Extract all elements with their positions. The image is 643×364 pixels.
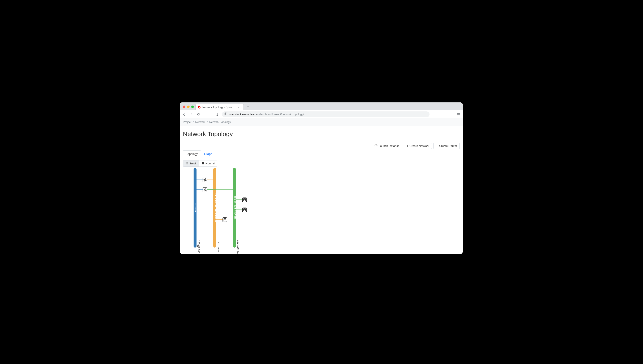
- tab-topology-label: Topology: [186, 152, 198, 156]
- plus-icon: +: [436, 144, 438, 148]
- svg-rect-11: [187, 164, 188, 164]
- create-router-button[interactable]: + Create Router: [434, 143, 460, 149]
- tab-graph[interactable]: Graph: [201, 150, 216, 157]
- window-close-button[interactable]: [183, 106, 185, 108]
- url-path: /dashboard/project/network_topology/: [258, 113, 304, 116]
- svg-rect-10: [187, 164, 187, 164]
- browser-tab[interactable]: Network Topology - OpenStack D ×: [195, 104, 244, 110]
- breadcrumb-separator: /: [192, 120, 195, 124]
- network-label-testnet: tok-9408-testnet-network: [214, 193, 217, 223]
- network-cidr-default: 192.168.47.0/24: [237, 240, 240, 254]
- back-button[interactable]: [182, 112, 186, 116]
- svg-rect-5: [187, 162, 188, 162]
- site-info-icon[interactable]: [225, 112, 227, 116]
- tab-graph-label: Graph: [204, 152, 212, 156]
- window-zoom-button[interactable]: [191, 106, 194, 108]
- address-bar[interactable]: openstack.example.com/dashboard/project/…: [222, 112, 430, 117]
- grid-large-icon: [202, 162, 204, 165]
- svg-rect-12: [202, 162, 203, 163]
- favicon-icon: [198, 106, 201, 109]
- size-normal-button[interactable]: Normal: [199, 160, 217, 166]
- svg-rect-15: [203, 163, 204, 164]
- instance-icon[interactable]: [223, 218, 227, 222]
- browser-menu-button[interactable]: [456, 112, 461, 116]
- tab-title: Network Topology - OpenStack D: [202, 106, 236, 109]
- instance-icon[interactable]: [243, 208, 247, 212]
- action-buttons: Launch Instance + Create Network + Creat…: [183, 143, 460, 149]
- browser-toolbar: openstack.example.com/dashboard/project/…: [180, 110, 463, 118]
- topology-canvas[interactable]: external169.47.168.0/24tok-9408-testnet-…: [183, 168, 460, 254]
- breadcrumb-project[interactable]: Project: [183, 120, 191, 124]
- svg-rect-3: [186, 162, 186, 162]
- svg-rect-13: [203, 162, 204, 163]
- tab-topology[interactable]: Topology: [183, 150, 201, 157]
- browser-tabstrip: Network Topology - OpenStack D × +: [180, 102, 463, 110]
- plus-icon: +: [407, 144, 408, 148]
- svg-rect-4: [187, 162, 187, 162]
- page-title: Network Topology: [183, 130, 460, 138]
- network-cidr-testnet: 192.168.0.0/24: [217, 240, 220, 254]
- window-minimize-button[interactable]: [187, 106, 189, 108]
- launch-instance-label: Launch Instance: [379, 144, 399, 148]
- network-label-external: external: [195, 203, 197, 212]
- create-router-label: Create Router: [439, 144, 457, 148]
- url-host: openstack.example.com: [229, 113, 258, 116]
- forward-button[interactable]: [189, 112, 193, 116]
- view-tabs: Topology Graph: [183, 150, 460, 157]
- svg-rect-6: [186, 163, 186, 164]
- breadcrumb-network[interactable]: Network: [195, 120, 205, 124]
- breadcrumb-separator: /: [206, 120, 209, 124]
- size-normal-label: Normal: [205, 162, 215, 165]
- window-controls: [182, 106, 195, 110]
- page-viewport: Project / Network / Network Topology Net…: [180, 118, 463, 254]
- cloud-upload-icon: [374, 144, 377, 148]
- svg-rect-14: [202, 163, 203, 164]
- tab-close-icon[interactable]: ×: [238, 106, 239, 109]
- new-tab-button[interactable]: +: [245, 104, 251, 109]
- svg-rect-8: [187, 163, 188, 164]
- launch-instance-button[interactable]: Launch Instance: [372, 143, 402, 149]
- breadcrumb: Project / Network / Network Topology: [180, 118, 463, 126]
- browser-window: Network Topology - OpenStack D × +: [180, 102, 463, 254]
- create-network-label: Create Network: [409, 144, 429, 148]
- network-cidr-external: 169.47.168.0/24: [197, 240, 200, 254]
- svg-rect-9: [186, 164, 186, 164]
- breadcrumb-current: Network Topology: [209, 120, 231, 124]
- create-network-button[interactable]: + Create Network: [404, 143, 432, 149]
- instance-icon[interactable]: [243, 198, 247, 202]
- size-small-label: Small: [189, 162, 196, 165]
- reload-button[interactable]: [196, 112, 200, 116]
- svg-rect-7: [187, 163, 187, 164]
- grid-small-icon: [186, 162, 188, 165]
- size-small-button[interactable]: Small: [183, 160, 199, 166]
- bookmark-button[interactable]: [215, 112, 219, 116]
- size-toggle: Small Normal: [183, 160, 217, 167]
- svg-point-1: [198, 106, 200, 108]
